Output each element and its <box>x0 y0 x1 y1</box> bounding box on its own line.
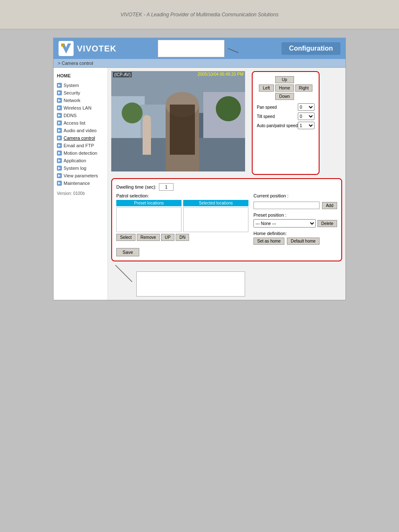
sidebar-item-email-ftp[interactable]: Email and FTP <box>54 142 107 149</box>
sidebar-item-view-params[interactable]: View parameters <box>54 172 107 179</box>
patrol-preset-section: Dwelling time (sec): Patrol selection: P… <box>111 178 342 261</box>
callout-arrow-top <box>228 42 240 55</box>
preset-locations-col: Preset locations <box>116 200 182 232</box>
sidebar-item-security[interactable]: Security <box>54 89 107 97</box>
sidebar-item-system-log[interactable]: System log <box>54 164 107 172</box>
callout-arrow-bottom <box>111 263 136 284</box>
camera-image <box>111 71 245 171</box>
sidebar-item-ddns[interactable]: DDNS <box>54 112 107 119</box>
arrow-icon <box>57 98 62 103</box>
sidebar-item-maintenance[interactable]: Maintenance <box>54 179 107 187</box>
preset-pos-label-row: Preset position : --- None --- Delete <box>253 212 337 228</box>
add-button[interactable]: Add <box>322 202 337 209</box>
camera-label: (ICP-AV) <box>113 72 132 77</box>
svg-point-44 <box>216 96 241 121</box>
ptz-right-button[interactable]: Right <box>295 84 312 92</box>
vivotek-logo-icon <box>59 41 74 56</box>
sidebar-item-network[interactable]: Network <box>54 97 107 104</box>
arrow-icon <box>57 181 62 186</box>
arrow-icon <box>57 83 62 88</box>
config-title: Configuration <box>281 42 340 55</box>
set-home-button[interactable]: Set as home <box>253 238 284 245</box>
select-button[interactable]: Select <box>116 234 136 241</box>
sidebar-item-motion[interactable]: Motion detection <box>54 149 107 157</box>
auto-pan-speed-row: Auto pan/patrol speed 123 <box>257 122 315 129</box>
ptz-down-button[interactable]: Down <box>275 93 294 100</box>
preset-home-section: Current position : Add Preset position : <box>253 193 337 245</box>
selected-locations-header: Selected locations <box>183 200 248 206</box>
current-position-input[interactable] <box>253 202 320 209</box>
callout-box-bottom <box>136 271 245 297</box>
selected-locations-list[interactable] <box>183 207 248 232</box>
bottom-callout-area <box>111 263 342 297</box>
preset-pos-label: Preset position : <box>253 212 337 217</box>
tilt-speed-label: Tilt speed <box>257 114 275 119</box>
arrow-icon <box>57 151 62 156</box>
ptz-button-grid: Up Left Home Right Down <box>257 76 315 100</box>
sidebar-item-access-list[interactable]: Access list <box>54 119 107 127</box>
home-def-label: Home definition: <box>253 231 337 236</box>
arrow-icon <box>57 90 62 95</box>
dwell-time-row: Dwelling time (sec): <box>116 183 337 191</box>
logo-text: VIVOTEK <box>77 44 117 54</box>
patrol-selection-label: Patrol selection: <box>116 193 248 198</box>
default-home-button[interactable]: Default home <box>287 238 319 245</box>
dn-button[interactable]: DN <box>176 234 189 241</box>
preset-pos-select-row: --- None --- Delete <box>253 219 337 228</box>
patrol-selection: Patrol selection: Preset locations Selec… <box>116 193 248 245</box>
svg-rect-41 <box>143 121 151 155</box>
pan-speed-select[interactable]: 0123 <box>298 103 315 111</box>
preset-locations-header: Preset locations <box>116 200 182 206</box>
auto-pan-label: Auto pan/patrol speed <box>257 123 298 128</box>
sidebar-item-audio-video[interactable]: Audio and video <box>54 127 107 134</box>
svg-line-3 <box>228 49 238 53</box>
sidebar-item-wireless[interactable]: Wireless LAN <box>54 104 107 112</box>
ptz-home-button[interactable]: Home <box>275 84 294 92</box>
save-button[interactable]: Save <box>116 248 139 256</box>
arrow-icon <box>57 173 62 178</box>
sidebar-item-system[interactable]: System <box>54 82 107 89</box>
arrow-icon <box>57 128 62 133</box>
tilt-speed-select[interactable]: 0123 <box>298 113 315 120</box>
main-panel: (ICP-AV) 2005/10/04 06:49:20 PM Up Left … <box>108 68 345 300</box>
arrow-icon <box>57 158 62 163</box>
svg-rect-40 <box>170 105 195 155</box>
arrow-icon <box>57 120 62 125</box>
arrow-icon <box>57 105 62 110</box>
svg-point-2 <box>61 43 64 47</box>
up-button[interactable]: UP <box>161 234 174 241</box>
selected-locations-col: Selected locations <box>183 200 248 232</box>
top-bar: VIVOTEK - A Leading Provider of Multimed… <box>0 0 399 29</box>
arrow-icon <box>57 113 62 118</box>
sidebar-item-camera-control[interactable]: Camera control <box>54 134 107 142</box>
arrow-icon <box>57 136 62 141</box>
breadcrumb: > Camera control <box>54 59 345 68</box>
preset-locations-list[interactable] <box>116 207 182 232</box>
camera-view: (ICP-AV) 2005/10/04 06:49:20 PM <box>111 71 245 171</box>
current-position-row: Current position : <box>253 193 337 198</box>
ptz-up-button[interactable]: Up <box>275 76 294 83</box>
page-wrapper: VIVOTEK Configuration > Camera control H… <box>0 29 399 309</box>
ptz-left-button[interactable]: Left <box>259 84 274 92</box>
preset-position-select[interactable]: --- None --- <box>253 219 316 228</box>
current-position-input-row: Add <box>253 202 337 209</box>
ptz-controls: Up Left Home Right Down Pan speed 0123 <box>252 71 320 175</box>
sidebar: HOME System Security Network Wireless LA… <box>54 68 108 300</box>
tilt-speed-row: Tilt speed 0123 <box>257 113 315 120</box>
company-tagline: VIVOTEK - A Leading Provider of Multimed… <box>120 12 279 18</box>
sidebar-home[interactable]: HOME <box>54 71 107 82</box>
pan-speed-label: Pan speed <box>257 105 277 110</box>
app-header: VIVOTEK Configuration <box>54 38 345 59</box>
dwell-input[interactable] <box>159 183 174 191</box>
delete-button[interactable]: Delete <box>317 220 337 227</box>
patrol-preset-row: Patrol selection: Preset locations Selec… <box>116 193 337 245</box>
camera-scene-svg <box>111 71 245 171</box>
dwell-label: Dwelling time (sec): <box>116 184 156 189</box>
auto-pan-select[interactable]: 123 <box>298 122 315 129</box>
current-pos-label: Current position : <box>253 193 289 198</box>
svg-point-43 <box>122 102 143 123</box>
remove-button[interactable]: Remove <box>137 234 160 241</box>
sidebar-item-application[interactable]: Application <box>54 157 107 164</box>
patrol-buttons-row: Select Remove UP DN <box>116 234 248 241</box>
locations-row: Preset locations Selected locations <box>116 200 248 232</box>
